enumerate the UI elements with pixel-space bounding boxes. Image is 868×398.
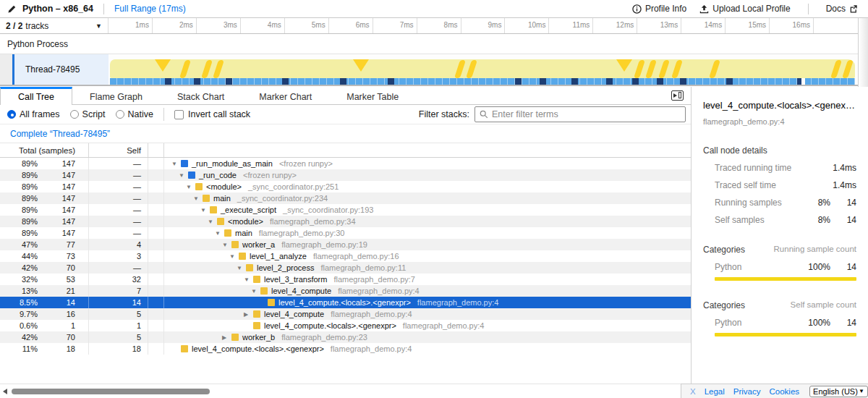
tab-flame-graph[interactable]: Flame Graph — [72, 87, 160, 104]
upload-profile-button[interactable]: Upload Local Profile — [699, 4, 790, 14]
call-tree-row[interactable]: 42%705▶worker_bflamegraph_demo.py:23 — [0, 331, 691, 343]
breadcrumb-root-link[interactable]: Complete “Thread-78495” — [10, 129, 110, 139]
checkbox-box[interactable] — [174, 110, 184, 119]
radio-dot[interactable] — [70, 110, 79, 119]
tab-call-tree[interactable]: Call Tree — [0, 87, 72, 105]
radio-dot[interactable] — [116, 110, 124, 119]
call-tree-row[interactable]: 89%147—▼<module>flamegraph_demo.py:34 — [0, 216, 691, 227]
call-tree-row[interactable]: 47%774▼worker_aflamegraph_demo.py:19 — [0, 239, 691, 250]
footer-link-x[interactable]: X — [690, 387, 696, 396]
horizontal-scrollbar[interactable] — [12, 389, 210, 394]
twisty-closed-icon[interactable]: ▶ — [244, 311, 253, 318]
profile-title[interactable]: Python – x86_64 — [22, 4, 93, 14]
twisty-open-icon[interactable]: ▼ — [215, 230, 224, 237]
row-total-samples: 147 — [38, 217, 88, 226]
ruler-ticks: 1ms2ms3ms4ms5ms6ms7ms8ms9ms10ms11ms12ms1… — [109, 18, 858, 33]
row-total-percent: 89% — [0, 182, 38, 191]
call-tree-row[interactable]: 89%147—▼mainflamegraph_demo.py:30 — [0, 227, 691, 239]
call-tree-row[interactable]: 11%1818level_4_compute.<locals>.<genexpr… — [0, 343, 691, 355]
call-tree-row[interactable]: 89%147—▼_execute_script_sync_coordinator… — [0, 204, 691, 216]
sample-dark-segment — [340, 78, 346, 85]
row-category-strip — [148, 192, 164, 204]
ruler-tick: 1ms — [109, 18, 153, 33]
ruler-tick: 4ms — [241, 18, 285, 33]
radio-script[interactable]: Script — [70, 109, 106, 119]
category-square-icon — [203, 195, 210, 202]
scroll-left-arrow[interactable] — [3, 389, 7, 394]
edit-pencil-icon[interactable] — [7, 4, 17, 14]
footer-link-privacy[interactable]: Privacy — [733, 387, 761, 396]
tab-marker-table[interactable]: Marker Table — [329, 87, 416, 104]
profile-info-button[interactable]: Profile Info — [632, 4, 686, 14]
column-header-total[interactable]: Total (samples) — [0, 143, 89, 157]
gc-marker-icon — [634, 60, 645, 78]
twisty-open-icon[interactable]: ▼ — [208, 219, 217, 225]
call-tree-row[interactable]: 0.6%11level_4_compute.<locals>.<genexpr>… — [0, 320, 691, 331]
call-tree-row[interactable]: 89%147—▼main_sync_coordinator.py:234 — [0, 192, 691, 204]
row-category-strip — [148, 158, 164, 169]
call-tree-row[interactable]: 8.5%1414level_4_compute.<locals>.<genexp… — [0, 297, 691, 308]
call-tree-row[interactable]: 89%147—▼<module>_sync_coordinator.py:251 — [0, 181, 691, 192]
process-track-label: Python Process — [7, 39, 68, 49]
tab-stack-chart[interactable]: Stack Chart — [160, 87, 242, 104]
twisty-open-icon[interactable]: ▼ — [186, 184, 195, 190]
radio-dot[interactable] — [7, 110, 16, 119]
sample-dark-segment — [606, 78, 613, 85]
radio-all-frames[interactable]: All frames — [7, 109, 60, 119]
gc-marker-icon — [658, 60, 670, 78]
twisty-open-icon[interactable]: ▼ — [237, 265, 246, 271]
sidebar-toggle-icon[interactable] — [671, 90, 684, 101]
category-square-icon — [181, 345, 188, 352]
process-track-header[interactable]: Python Process — [0, 34, 858, 54]
category-square-icon — [268, 299, 275, 306]
column-header-self[interactable]: Self — [89, 143, 148, 157]
thread-activity-graph[interactable] — [109, 54, 858, 85]
call-tree-row[interactable]: 9.7%165▶level_4_computeflamegraph_demo.p… — [0, 308, 691, 320]
sample-dark-segment — [540, 78, 546, 85]
invert-call-stack-checkbox[interactable]: Invert call stack — [174, 109, 250, 119]
call-tree-row[interactable]: 89%147—▼_run_code<frozen runpy> — [0, 169, 691, 181]
twisty-closed-icon[interactable]: ▶ — [222, 334, 231, 341]
detail-label: Traced self time — [715, 180, 776, 190]
row-self-samples: 3 — [89, 250, 148, 262]
call-tree-row[interactable]: 42%70—▼level_2_processflamegraph_demo.py… — [0, 262, 691, 274]
function-file: flamegraph_demo.py:4 — [417, 298, 499, 307]
twisty-open-icon[interactable]: ▼ — [200, 207, 210, 213]
ruler-tick: 3ms — [197, 18, 241, 33]
footer-link-legal[interactable]: Legal — [705, 387, 725, 396]
row-category-strip — [148, 297, 164, 308]
full-range-link[interactable]: Full Range (17ms) — [114, 4, 186, 14]
detail-percent — [800, 163, 830, 173]
category-square-icon — [224, 229, 231, 237]
invert-call-stack-label: Invert call stack — [188, 109, 250, 119]
call-tree-row[interactable]: 32%5332▼level_3_transformflamegraph_demo… — [0, 274, 691, 285]
tab-marker-chart[interactable]: Marker Chart — [242, 87, 329, 104]
thread-track-label[interactable]: Thread-78495 — [14, 54, 109, 85]
call-tree-row[interactable]: 89%147—▼_run_module_as_main<frozen runpy… — [0, 158, 691, 169]
radio-native[interactable]: Native — [116, 109, 153, 119]
call-tree-row[interactable]: 44%733▼level_1_analyzeflamegraph_demo.py… — [0, 250, 691, 262]
function-name: _run_code — [199, 171, 237, 179]
docs-link[interactable]: Docs — [826, 4, 858, 14]
twisty-open-icon[interactable]: ▼ — [244, 276, 253, 283]
row-function: ▼_run_module_as_main<frozen runpy> — [164, 158, 691, 169]
twisty-open-icon[interactable]: ▼ — [229, 253, 239, 260]
category-square-icon — [188, 172, 195, 179]
row-function: ▼worker_aflamegraph_demo.py:19 — [164, 239, 691, 250]
twisty-open-icon[interactable]: ▼ — [171, 161, 181, 167]
row-total-samples: 21 — [38, 287, 88, 295]
call-tree-row[interactable]: 13%217▼level_4_computeflamegraph_demo.py… — [0, 285, 691, 297]
language-select[interactable]: English (US) ▼ — [809, 386, 868, 397]
tracks-dropdown[interactable]: 2 / 2 tracks ▼ — [0, 18, 109, 33]
filter-stacks-input[interactable] — [492, 109, 681, 119]
function-name: level_4_compute.<locals>.<genexpr> — [278, 298, 411, 307]
footer-link-cookies[interactable]: Cookies — [770, 387, 800, 396]
twisty-open-icon[interactable]: ▼ — [193, 195, 203, 202]
call-tree-header: Total (samples) Self — [0, 143, 691, 158]
row-total-samples: 16 — [38, 310, 88, 318]
twisty-open-icon[interactable]: ▼ — [179, 172, 188, 179]
footer-links: XLegalPrivacyCookies — [690, 387, 799, 396]
twisty-open-icon[interactable]: ▼ — [222, 242, 231, 248]
twisty-open-icon[interactable]: ▼ — [251, 288, 260, 295]
row-function: ▼level_1_analyzeflamegraph_demo.py:16 — [164, 250, 691, 262]
